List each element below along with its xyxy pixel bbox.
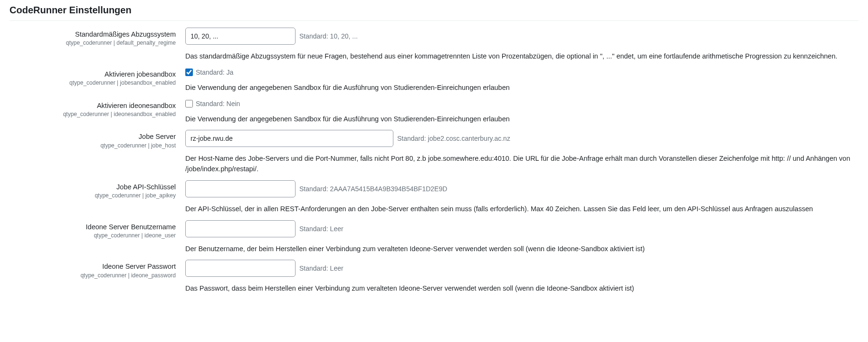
setting-row-ideoneuser: Ideone Server Benutzername qtype_coderun… bbox=[10, 220, 858, 254]
setting-label: Ideone Server Passwort bbox=[10, 263, 176, 271]
default-text: Standard: Leer bbox=[299, 264, 343, 272]
setting-description: Die Verwendung der angegebenen Sandbox f… bbox=[185, 83, 850, 93]
setting-sublabel: qtype_coderunner | jobesandbox_enabled bbox=[10, 79, 176, 86]
jobe-apikey-input[interactable] bbox=[185, 180, 296, 197]
setting-description: Die Verwendung der angegebenen Sandbox f… bbox=[185, 114, 850, 125]
setting-sublabel: qtype_coderunner | ideonesandbox_enabled bbox=[10, 111, 176, 117]
label-col: Aktivieren jobesandbox qtype_coderunner … bbox=[10, 68, 185, 86]
setting-label: Ideone Server Benutzername bbox=[10, 223, 176, 231]
label-col: Standardmäßiges Abzugssystem qtype_coder… bbox=[10, 28, 185, 46]
label-col: Aktivieren ideonesandbox qtype_coderunne… bbox=[10, 99, 185, 117]
input-line: Standard: 2AAA7A5415B4A9B394B54BF1D2E9D bbox=[185, 180, 858, 197]
ideone-user-input[interactable] bbox=[185, 220, 296, 237]
setting-sublabel: qtype_coderunner | default_penalty_regim… bbox=[10, 39, 176, 46]
checkbox-line: Standard: Nein bbox=[185, 99, 858, 107]
checkbox-line: Standard: Ja bbox=[185, 68, 858, 76]
setting-row-ideonesandbox: Aktivieren ideonesandbox qtype_coderunne… bbox=[10, 99, 858, 125]
input-line: Standard: 10, 20, ... bbox=[185, 28, 858, 45]
setting-label: Aktivieren jobesandbox bbox=[10, 70, 176, 78]
setting-row-jobehost: Jobe Server qtype_coderunner | jobe_host… bbox=[10, 130, 858, 175]
field-col: Standard: 10, 20, ... Das standardmäßige… bbox=[185, 28, 858, 62]
label-col: Jobe API-Schlüssel qtype_coderunner | jo… bbox=[10, 180, 185, 199]
input-line: Standard: Leer bbox=[185, 220, 858, 237]
setting-description: Das Passwort, dass beim Herstellen einer… bbox=[185, 283, 850, 294]
ideonesandbox-enabled-checkbox[interactable] bbox=[185, 100, 193, 107]
default-text: Standard: 10, 20, ... bbox=[299, 32, 358, 40]
penalty-regime-input[interactable] bbox=[185, 28, 296, 45]
label-col: Jobe Server qtype_coderunner | jobe_host bbox=[10, 130, 185, 148]
input-line: Standard: jobe2.cosc.canterbury.ac.nz bbox=[185, 130, 858, 147]
page-title: CodeRunner Einstellungen bbox=[10, 5, 858, 16]
setting-label: Jobe API-Schlüssel bbox=[10, 183, 176, 191]
setting-row-ideonepassword: Ideone Server Passwort qtype_coderunner … bbox=[10, 260, 858, 294]
field-col: Standard: Nein Die Verwendung der angege… bbox=[185, 99, 858, 125]
setting-label: Jobe Server bbox=[10, 133, 176, 141]
default-text: Standard: Leer bbox=[299, 225, 343, 233]
field-col: Standard: jobe2.cosc.canterbury.ac.nz De… bbox=[185, 130, 858, 175]
field-col: Standard: Leer Das Passwort, dass beim H… bbox=[185, 260, 858, 294]
setting-sublabel: qtype_coderunner | jobe_apikey bbox=[10, 192, 176, 199]
default-text: Standard: Nein bbox=[196, 100, 240, 107]
jobe-host-input[interactable] bbox=[185, 130, 393, 147]
ideone-password-input[interactable] bbox=[185, 260, 296, 277]
jobesandbox-enabled-checkbox[interactable] bbox=[185, 68, 193, 76]
setting-description: Das standardmäßige Abzugssystem für neue… bbox=[185, 51, 850, 62]
label-col: Ideone Server Passwort qtype_coderunner … bbox=[10, 260, 185, 278]
setting-description: Der Host-Name des Jobe-Servers und die P… bbox=[185, 154, 850, 175]
setting-label: Standardmäßiges Abzugssystem bbox=[10, 30, 176, 39]
setting-description: Der API-Schlüssel, der in allen REST-Anf… bbox=[185, 204, 850, 215]
setting-sublabel: qtype_coderunner | ideone_password bbox=[10, 272, 176, 279]
field-col: Standard: Leer Der Benutzername, der bei… bbox=[185, 220, 858, 254]
setting-row-penalty: Standardmäßiges Abzugssystem qtype_coder… bbox=[10, 28, 858, 62]
field-col: Standard: Ja Die Verwendung der angegebe… bbox=[185, 68, 858, 93]
field-col: Standard: 2AAA7A5415B4A9B394B54BF1D2E9D … bbox=[185, 180, 858, 215]
setting-sublabel: qtype_coderunner | ideone_user bbox=[10, 232, 176, 239]
label-col: Ideone Server Benutzername qtype_coderun… bbox=[10, 220, 185, 239]
input-line: Standard: Leer bbox=[185, 260, 858, 277]
setting-description: Der Benutzername, der beim Herstellen ei… bbox=[185, 244, 850, 254]
default-text: Standard: 2AAA7A5415B4A9B394B54BF1D2E9D bbox=[299, 185, 447, 193]
setting-row-jobeapikey: Jobe API-Schlüssel qtype_coderunner | jo… bbox=[10, 180, 858, 215]
divider bbox=[10, 20, 858, 21]
setting-sublabel: qtype_coderunner | jobe_host bbox=[10, 142, 176, 149]
default-text: Standard: Ja bbox=[196, 68, 233, 76]
setting-row-jobesandbox: Aktivieren jobesandbox qtype_coderunner … bbox=[10, 68, 858, 93]
setting-label: Aktivieren ideonesandbox bbox=[10, 102, 176, 110]
default-text: Standard: jobe2.cosc.canterbury.ac.nz bbox=[397, 135, 510, 142]
